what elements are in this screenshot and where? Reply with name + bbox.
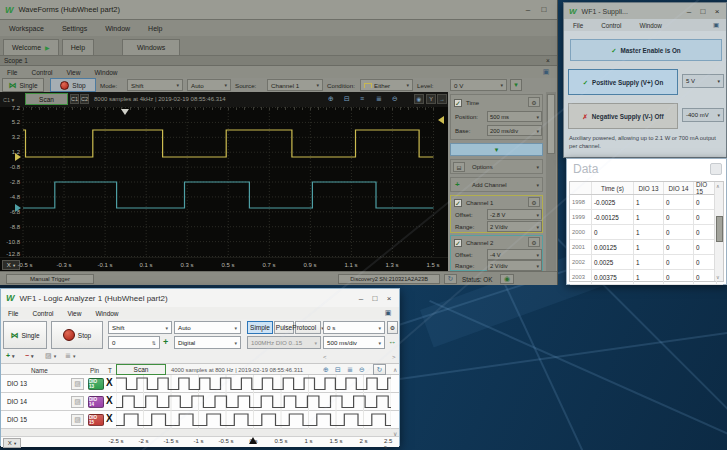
table-row[interactable]: 2002 0.0025 1 0 0 (570, 255, 723, 270)
zoom-in-icon[interactable]: ⊕ (328, 95, 334, 103)
edit-icon[interactable]: ▨ (71, 396, 84, 408)
scope-menu-control[interactable]: Control (24, 66, 59, 78)
channel2-offset-input[interactable]: -4 V▾ (487, 249, 542, 260)
tab-help[interactable]: Help (62, 39, 94, 55)
time-base-input[interactable]: 200 ms/div▾ (487, 125, 542, 136)
edit-row-icon[interactable]: ▨▾ (45, 352, 56, 360)
supplies-detach-icon[interactable]: ▣ (709, 21, 723, 30)
channel1-offset-input[interactable]: -2.8 V▾ (487, 209, 542, 220)
menu-settings[interactable]: Settings (53, 20, 96, 36)
table-row[interactable]: 1999 -0.00125 1 0 0 (570, 210, 723, 225)
device-select-button[interactable]: Discovery2 SN:210321A2A23B (338, 274, 440, 284)
scope-mode-select[interactable]: Shift▾ (127, 79, 183, 91)
channel2-checkbox[interactable]: ✓ (454, 239, 462, 247)
logic-hscrollbar[interactable]: ∨ (1, 429, 399, 437)
zoom-in-icon[interactable]: ⊕ (323, 366, 329, 374)
data-scrollbar-thumb[interactable] (716, 216, 723, 242)
fit-icon[interactable]: ⊟ (335, 366, 341, 374)
remove-row-icon[interactable]: −▾ (25, 352, 34, 359)
tab-windows[interactable]: Windows (122, 39, 180, 55)
time-checkbox[interactable]: ✓ (454, 99, 462, 107)
cursors-icon[interactable]: ≣ (347, 366, 353, 374)
minimize-icon[interactable]: – (354, 293, 368, 304)
time-position-input[interactable]: 500 ms▾ (487, 111, 542, 122)
trigger-level-marker[interactable] (438, 116, 444, 124)
add-row-icon[interactable]: +▾ (6, 352, 15, 359)
menu-window[interactable]: Window (96, 20, 139, 36)
scope-acquire-select[interactable]: Auto▾ (187, 79, 231, 91)
options-group[interactable]: ⊟ Options ▾ (450, 159, 543, 174)
maximize-icon[interactable]: □ (537, 4, 551, 15)
pin-badge[interactable]: DIO 15 (88, 414, 104, 426)
supplies-menu-file[interactable]: File (564, 19, 592, 31)
trigger-column-header[interactable]: T (108, 367, 112, 374)
scope-vertical-axis-select[interactable]: C1 ▾ (3, 97, 14, 103)
channel2-toggle-button[interactable]: C2 (80, 94, 89, 104)
pin-badge[interactable]: DIO 13 (88, 378, 104, 390)
scope-plot-area[interactable]: 7.2 5.2 3.2 1.2 -0.8 -2.8 -4.8 -6.8 -8.8… (0, 107, 448, 257)
channel1-gear-button[interactable]: ⚙ (528, 197, 540, 207)
supplies-menu-window[interactable]: Window (630, 19, 670, 31)
close-icon[interactable]: × (382, 293, 396, 304)
trigger-pulse-button[interactable]: Pulse (274, 321, 294, 334)
scope-scan-tab[interactable]: Scan (25, 93, 68, 105)
edit-icon[interactable]: ▨ (71, 414, 84, 426)
tab-welcome[interactable]: Welcome ▶ (3, 39, 59, 55)
channel2-gear-button[interactable]: ⚙ (528, 237, 540, 247)
close-icon[interactable]: × (710, 6, 724, 17)
trigger-x-cell[interactable]: X (106, 395, 113, 406)
scope-source-select[interactable]: Channel 1▾ (267, 79, 323, 91)
dio15-waveform[interactable] (116, 411, 391, 429)
scope-close-icon[interactable]: × (541, 56, 555, 65)
cursors-icon[interactable]: ≣ (376, 95, 382, 103)
pin-badge[interactable]: DIO 14 (88, 396, 104, 408)
logic-signal-type-select[interactable]: Digital▾ (174, 336, 241, 349)
main-title-bar[interactable]: W WaveForms (HubWheel part2) – □ (0, 0, 557, 20)
zoom-range-bar[interactable]: ▾ (450, 143, 543, 156)
add-channel-group[interactable]: + Add Channel ▾ (450, 177, 543, 192)
supplies-menu-control[interactable]: Control (592, 19, 630, 31)
fit-icon[interactable]: ⊟ (344, 95, 350, 103)
refresh-view-button[interactable]: ↻ (373, 364, 386, 375)
scope-stop-button[interactable]: Stop (50, 78, 96, 92)
dio14-waveform[interactable] (116, 393, 391, 411)
logic-detach-icon[interactable]: ▣ (381, 308, 395, 318)
channel1-checkbox[interactable]: ✓ (454, 199, 462, 207)
trigger-x-cell[interactable]: X (106, 377, 113, 388)
dio13-waveform[interactable] (116, 375, 391, 393)
logic-position-input[interactable]: 0 s▾ (323, 321, 385, 334)
pointer-mode-button[interactable]: ◉ (414, 94, 424, 104)
trigger-position-marker[interactable] (121, 109, 129, 115)
data-window-button[interactable] (710, 163, 722, 175)
channel1-offset-marker[interactable] (15, 153, 21, 161)
export-arrow-button[interactable]: → (437, 94, 447, 104)
trigger-simple-button[interactable]: Simple (247, 321, 273, 334)
menu-workspace[interactable]: Workspace (0, 20, 53, 36)
logic-scan-tab[interactable]: Scan (116, 364, 166, 375)
scope-menu-view[interactable]: View (59, 66, 87, 78)
y-cursor-button[interactable]: Y (426, 94, 436, 104)
table-row[interactable]: 2000 0 1 0 0 (570, 225, 723, 240)
panel-scrollbar-thumb[interactable] (547, 94, 555, 154)
logic-x-axis-button[interactable]: X▾ (3, 438, 21, 448)
panel-scrollbar[interactable] (546, 92, 556, 271)
logic-menu-window[interactable]: Window (88, 307, 125, 319)
table-row[interactable]: 1998 -0.0025 1 0 0 (570, 195, 723, 210)
master-enable-button[interactable]: ✓ Master Enable is On (570, 39, 722, 61)
scroll-left-icon[interactable]: < (323, 354, 327, 360)
negative-supply-button[interactable]: ✗ Negative Supply (V-) Off (568, 103, 678, 129)
channel2-offset-marker[interactable] (15, 204, 21, 212)
col-time[interactable]: Time (s) (592, 182, 634, 194)
logic-menu-view[interactable]: View (60, 307, 88, 319)
scope-menu-file[interactable]: File (0, 66, 24, 78)
logic-position-marker[interactable] (249, 437, 257, 444)
table-row[interactable]: 2001 0.00125 1 0 0 (570, 240, 723, 255)
logic-menu-file[interactable]: File (1, 307, 25, 319)
add-signal-icon[interactable]: + (163, 337, 168, 347)
scope-condition-select[interactable]: Either ▾ (360, 79, 413, 91)
scroll-down-icon[interactable]: ∨ (716, 274, 720, 280)
minimize-icon[interactable]: – (521, 4, 535, 15)
scope-title-bar[interactable]: Scope 1 × (0, 56, 557, 66)
col-dio14[interactable]: DIO 14 (664, 182, 694, 194)
menu-help[interactable]: Help (139, 20, 171, 36)
